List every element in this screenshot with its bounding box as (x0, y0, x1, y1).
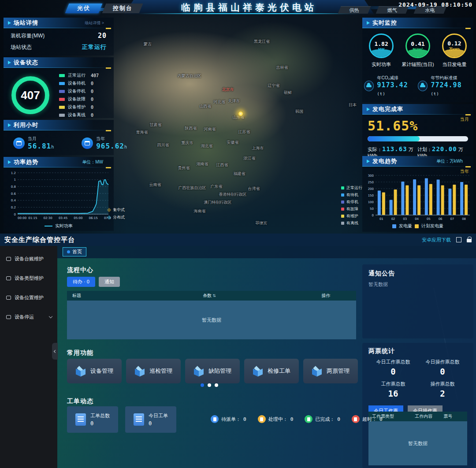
card-device-management[interactable]: 设备管理 (67, 359, 122, 383)
map-label: 广东省 (211, 184, 223, 189)
svg-text:1: 1 (14, 178, 16, 182)
legend-value: 0 (91, 81, 93, 86)
svg-text:07:30: 07:30 (104, 216, 111, 220)
carousel-dot[interactable] (201, 383, 204, 387)
empty-text: 暂无数据 (408, 440, 428, 447)
fullscreen-icon[interactable] (456, 237, 461, 242)
panel-title: 设备状态 (14, 59, 38, 67)
carousel-dot[interactable] (215, 383, 218, 387)
gauge-unit: MW (378, 47, 384, 51)
unit-label: 单位：MW (82, 159, 103, 165)
tab-home[interactable]: 首页 (63, 247, 86, 256)
svg-text:00:00: 00:00 (18, 216, 26, 220)
sidebar: 设备台账维护 设备类型维护 设备位置维护 设备停运 (0, 246, 57, 468)
progress-fill (368, 136, 420, 141)
card-defect-management[interactable]: 缺陷管理 (185, 359, 240, 383)
map-label: 广西壮族自治区 (178, 185, 206, 191)
legend-label: 有离线 (346, 220, 358, 226)
period-tag: 当月 (460, 116, 469, 123)
column-count[interactable]: 条数⇅ (203, 293, 216, 299)
card-total-orders[interactable]: 工单总数 0 (67, 406, 118, 433)
android-download-link[interactable]: 安卓应用下载 (422, 237, 451, 243)
device-management-icon (75, 366, 86, 376)
tab-photovoltaic[interactable]: 光伏 (65, 4, 103, 13)
period-tag: 当年 (460, 168, 469, 175)
panel-header: 利用小时 (4, 120, 114, 130)
status-overdue: 超时 0 (352, 415, 383, 423)
sidebar-item-device-location[interactable]: 设备位置维护 (0, 291, 57, 304)
svg-text:50: 50 (370, 207, 374, 211)
empty-text: 暂无数据 (202, 317, 221, 323)
station-sun-marker[interactable] (238, 111, 243, 116)
map-label: 青海省 (136, 130, 148, 135)
dashboard-header: 临朐县福山祥泰光伏电站 光伏 控制台 供热 燃气 水电 2024-09-19 0… (0, 0, 476, 17)
legend-label: 计划发电量 (421, 223, 443, 229)
legend-color-swatch (341, 215, 344, 218)
station-detail-link[interactable]: 场站详情 > (85, 20, 104, 26)
legend-value: 0 (91, 105, 93, 110)
panel-tick (106, 28, 111, 29)
legend-line-swatch (45, 226, 52, 227)
card-two-ticket-management[interactable]: 两票管理 (303, 359, 358, 383)
co2-reduction-stat: 年CO₂减排 9173.42 (t) (364, 75, 418, 97)
card-inspection-management[interactable]: 巡检管理 (126, 359, 181, 383)
legend-row: 设备停机0 (59, 88, 99, 94)
sidebar-collapse-handle[interactable] (52, 343, 58, 360)
process-center-tabs: 待办 · 0 通知 (67, 277, 120, 287)
lock-icon[interactable] (467, 239, 472, 242)
panel-header: 发电趋势 单位：万kWh (362, 156, 473, 167)
tab-console[interactable]: 控制台 (102, 4, 143, 13)
chevron-left-icon (54, 349, 57, 353)
sidebar-item-device-type[interactable]: 设备类型维护 (0, 271, 57, 285)
tab-heating[interactable]: 供热 (338, 6, 371, 14)
panel-header: 场站详情 场站详情 > (4, 18, 114, 28)
work-order-statuses: 待派单 0 处理中 0 已完成 0 超时 0 (211, 415, 383, 423)
legend-color-swatch (341, 193, 344, 197)
sidebar-item-device-outage[interactable]: 设备停运 (0, 310, 57, 323)
map-label: 河北省 (214, 99, 226, 105)
chevron-down-icon (49, 314, 52, 318)
util-label: 当年 (96, 136, 127, 142)
sort-icon[interactable]: ⇅ (212, 293, 216, 298)
maintenance-order-icon (253, 366, 263, 376)
map-label: 贵州省 (178, 165, 190, 171)
process-center-title: 流程中心 (67, 266, 93, 274)
safety-platform: 安全生产综合管控平台 安卓应用下载 首页 设备台账维护 设备类型维护 设备位置维… (0, 234, 476, 468)
cloud-icon (418, 81, 428, 91)
title-banner: 临朐县福山祥泰光伏电站 (123, 0, 375, 15)
defect-management-icon (193, 366, 204, 376)
util-month: 当月 56.81h (13, 136, 54, 150)
svg-text:07: 07 (450, 217, 454, 221)
panel-title: 发电趋势 (372, 157, 397, 165)
utilization-body: 当月 56.81h 当年 965.62h (4, 130, 114, 150)
device-status-body: 407 正常运行407 设备待机0 设备停机0 设备故障0 设备维护0 设备离线… (4, 68, 114, 118)
legend-label: 有维护 (346, 213, 358, 219)
map-label: 吉林省 (276, 65, 288, 71)
map-label: 湖南省 (197, 161, 208, 167)
gauge-realtime-power: 1.82 MW 实时功率 (369, 33, 394, 68)
calendar-icon (82, 137, 93, 149)
arrow-icon (8, 61, 11, 64)
device-total-ring: 407 (11, 76, 49, 114)
panel-tick (106, 67, 111, 69)
svg-text:08: 08 (462, 217, 466, 221)
map-label: 天津市 (228, 98, 240, 104)
util-year: 当年 965.62h (82, 136, 127, 150)
todo-tab[interactable]: 待办 · 0 (67, 277, 95, 287)
map-label: 菲律宾 (256, 220, 268, 226)
svg-text:250: 250 (368, 181, 374, 184)
svg-text:06:15: 06:15 (89, 216, 98, 220)
sidebar-item-device-ledger[interactable]: 设备台账维护 (0, 252, 57, 265)
gauge-label: 当日发电量 (442, 61, 466, 68)
unit-label: 单位：万kWh (436, 158, 463, 164)
generation-trend-chart: 0501001502002503000102030405060708 (364, 173, 472, 222)
legend-color-swatch (59, 82, 65, 85)
legend-label: 正常运行 (68, 72, 91, 78)
carousel-dot[interactable] (208, 383, 211, 387)
card-today-orders[interactable]: 今日工单 0 (125, 406, 176, 433)
arrow-icon (8, 160, 11, 164)
notify-tab[interactable]: 通知 (99, 277, 120, 287)
svg-text:150: 150 (368, 194, 374, 197)
gauge-irradiance: 0.41 MJ/m² 累计辐照(当日) (402, 33, 434, 68)
card-maintenance-order[interactable]: 检修工单 (244, 359, 299, 383)
